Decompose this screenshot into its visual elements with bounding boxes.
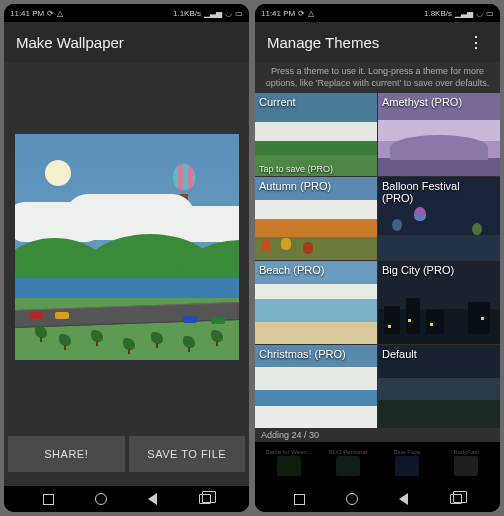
phone-right: 11:41 PM ⟳ △ 1.8KB/s ▁▃▅ ◡ ▭ Manage Them…: [255, 4, 500, 512]
theme-label: Current: [259, 96, 296, 108]
recent-app[interactable]: BDO Personal: [333, 449, 363, 479]
overflow-menu-icon[interactable]: ⋮: [464, 33, 488, 52]
save-to-file-button[interactable]: SAVE TO FILE: [129, 436, 246, 472]
recent-app[interactable]: BodyFast: [451, 449, 481, 479]
sync-icon: ⟳: [298, 9, 305, 18]
nav-back[interactable]: [146, 492, 160, 506]
signal-icon: ▁▃▅: [204, 9, 222, 18]
nav-bar: [4, 486, 249, 512]
theme-tile-autumn[interactable]: Autumn (PRO): [255, 177, 377, 260]
adding-progress: Adding 24 / 30: [255, 428, 500, 442]
phone-left: 11:41 PM ⟳ △ 1.1KB/s ▁▃▅ ◡ ▭ Make Wallpa…: [4, 4, 249, 512]
theme-label: Big City (PRO): [382, 264, 454, 276]
status-time: 11:41 PM: [261, 9, 295, 18]
nav-switch[interactable]: [449, 492, 463, 506]
status-bar: 11:41 PM ⟳ △ 1.1KB/s ▁▃▅ ◡ ▭: [4, 4, 249, 22]
theme-label: Balloon Festival (PRO): [382, 180, 472, 204]
theme-tile-beach[interactable]: Beach (PRO): [255, 261, 377, 344]
recents-row: Battle for Wesn... BDO Personal Blue Fac…: [255, 442, 500, 486]
page-title: Make Wallpaper: [16, 34, 124, 51]
battery-icon: ▭: [486, 9, 494, 18]
wallpaper-preview[interactable]: [15, 134, 239, 360]
theme-tile-christmas[interactable]: Christmas! (PRO): [255, 345, 377, 428]
status-speed: 1.8KB/s: [424, 9, 452, 18]
theme-label: Beach (PRO): [259, 264, 324, 276]
status-bar: 11:41 PM ⟳ △ 1.8KB/s ▁▃▅ ◡ ▭: [255, 4, 500, 22]
recent-app[interactable]: Battle for Wesn...: [274, 449, 304, 479]
theme-label: Default: [382, 348, 417, 360]
recent-app[interactable]: Blue Face: [392, 449, 422, 479]
wifi-icon: ◡: [476, 9, 483, 18]
app-bar: Make Wallpaper: [4, 22, 249, 62]
nav-back[interactable]: [397, 492, 411, 506]
nav-switch[interactable]: [198, 492, 212, 506]
nav-home[interactable]: [345, 492, 359, 506]
warning-icon: △: [57, 9, 63, 18]
theme-label: Christmas! (PRO): [259, 348, 346, 360]
status-time: 11:41 PM: [10, 9, 44, 18]
nav-recents[interactable]: [293, 492, 307, 506]
theme-tile-big-city[interactable]: Big City (PRO): [378, 261, 500, 344]
theme-grid: Current Tap to save (PRO) Amethyst (PRO)…: [255, 93, 500, 428]
nav-bar: [255, 486, 500, 512]
sun-icon: [45, 160, 71, 186]
app-bar: Manage Themes ⋮: [255, 22, 500, 62]
warning-icon: △: [308, 9, 314, 18]
theme-tile-default[interactable]: Default: [378, 345, 500, 428]
theme-tile-amethyst[interactable]: Amethyst (PRO): [378, 93, 500, 176]
battery-icon: ▭: [235, 9, 243, 18]
theme-tile-current[interactable]: Current Tap to save (PRO): [255, 93, 377, 176]
status-speed: 1.1KB/s: [173, 9, 201, 18]
theme-sublabel: Tap to save (PRO): [259, 164, 333, 174]
share-button[interactable]: SHARE!: [8, 436, 125, 472]
nav-recents[interactable]: [42, 492, 56, 506]
sync-icon: ⟳: [47, 9, 54, 18]
nav-home[interactable]: [94, 492, 108, 506]
instructions-text: Press a theme to use it. Long-press a th…: [255, 62, 500, 93]
page-title: Manage Themes: [267, 34, 379, 51]
theme-label: Amethyst (PRO): [382, 96, 462, 108]
theme-tile-balloon-festival[interactable]: Balloon Festival (PRO): [378, 177, 500, 260]
wifi-icon: ◡: [225, 9, 232, 18]
theme-label: Autumn (PRO): [259, 180, 331, 192]
signal-icon: ▁▃▅: [455, 9, 473, 18]
